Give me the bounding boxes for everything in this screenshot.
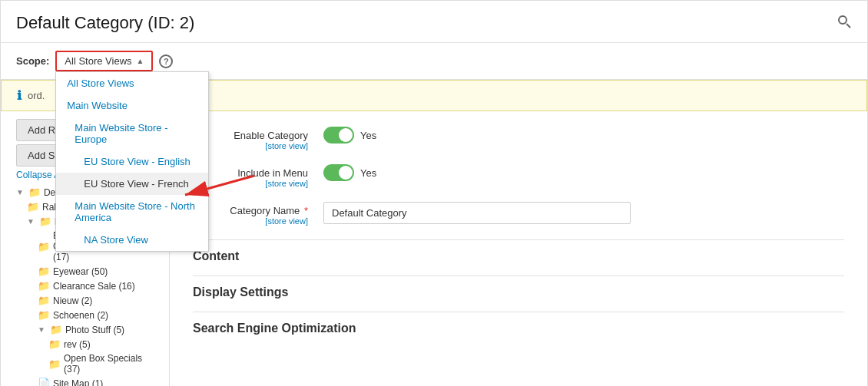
scope-dropdown-menu: All Store Views Main Website Main Websit… — [55, 71, 209, 252]
folder-icon: 📁 — [38, 295, 50, 306]
right-panel: Enable Category [store view] Yes Include… — [170, 111, 867, 386]
scope-current-value: All Store Views — [65, 55, 131, 67]
folder-icon: 📁 — [48, 338, 61, 350]
folder-icon: 📁 — [48, 358, 61, 370]
include-in-menu-row: Include in Menu [store view] Yes — [193, 164, 844, 188]
seo-section-title: Search Engine Optimization — [193, 312, 844, 345]
tree-toggle-icon: ▼ — [27, 217, 35, 226]
page-title: Default Category (ID: 2) — [16, 13, 194, 33]
tree-item-label: Photo Stuff (5) — [65, 325, 124, 335]
category-name-label: Category Name * [store view] — [193, 202, 308, 226]
page-wrapper: Default Category (ID: 2) Scope: All Stor… — [0, 0, 868, 386]
enable-category-sub-label: [store view] — [193, 141, 308, 150]
folder-icon: 📁 — [38, 309, 50, 321]
tree-item-nieuw[interactable]: 📁 Nieuw (2) — [16, 293, 154, 308]
category-name-row: Category Name * [store view] — [193, 202, 844, 226]
scope-label: Scope: — [16, 55, 49, 67]
tree-item-clearance-sale[interactable]: 📁 Clearance Sale (16) — [16, 279, 154, 293]
dropdown-item-main-website-store-north-america[interactable]: Main Website Store - North America — [56, 195, 208, 229]
tree-item-eyewear[interactable]: 📁 Eyewear (50) — [16, 264, 154, 279]
folder-icon: 📁 — [38, 241, 50, 252]
tree-item-label: Clearance Sale (16) — [53, 281, 135, 292]
tree-item-schoenen[interactable]: 📁 Schoenen (2) — [16, 308, 154, 322]
dropdown-item-main-website-store-europe[interactable]: Main Website Store - Europe — [56, 117, 208, 150]
folder-icon: 📄 — [38, 378, 50, 386]
tree-item-label: Site Map (1) — [53, 378, 103, 387]
content-section-title: Content — [193, 239, 844, 272]
dropdown-item-eu-store-view-french[interactable]: EU Store View - French — [56, 173, 208, 195]
svg-point-0 — [839, 16, 846, 24]
search-button[interactable] — [837, 14, 852, 33]
category-name-sub-label: [store view] — [193, 216, 308, 226]
tree-item-rev[interactable]: 📁 rev (5) — [16, 337, 154, 351]
dropdown-item-na-store-view[interactable]: NA Store View — [56, 229, 208, 251]
folder-icon: 📁 — [28, 186, 41, 198]
include-in-menu-label: Include in Menu [store view] — [193, 164, 308, 188]
folder-icon: 📁 — [50, 324, 62, 335]
folder-icon: 📁 — [27, 201, 39, 213]
dropdown-item-all-store-views[interactable]: All Store Views — [56, 72, 208, 94]
category-name-input[interactable] — [323, 202, 631, 224]
include-in-menu-toggle[interactable] — [323, 164, 354, 181]
include-in-menu-sub-label: [store view] — [193, 179, 308, 188]
display-settings-section-title: Display Settings — [193, 275, 844, 308]
tree-item-site-map[interactable]: 📄 Site Map (1) — [16, 376, 154, 386]
enable-category-toggle-wrapper: Yes — [323, 127, 376, 144]
folder-icon: 📁 — [38, 280, 50, 292]
folder-icon: 📁 — [38, 266, 50, 277]
scope-dropdown[interactable]: All Store Views ▲ All Store Views Main W… — [55, 51, 153, 71]
include-in-menu-toggle-wrapper: Yes — [323, 164, 376, 181]
tree-item-label: rev (5) — [64, 339, 91, 350]
tree-item-label: Nieuw (2) — [53, 295, 92, 306]
dropdown-item-eu-store-view-english[interactable]: EU Store View - English — [56, 150, 208, 173]
page-header: Default Category (ID: 2) — [1, 1, 867, 43]
scope-button[interactable]: All Store Views ▲ — [55, 51, 153, 71]
svg-line-1 — [846, 24, 850, 28]
tree-item-photo-stuff[interactable]: ▼ 📁 Photo Stuff (5) — [16, 322, 154, 337]
tree-item-open-box[interactable]: 📁 Open Box Specials (37) — [16, 351, 154, 376]
enable-category-row: Enable Category [store view] Yes — [193, 127, 844, 150]
enable-category-toggle[interactable] — [323, 127, 354, 144]
include-in-menu-value-text: Yes — [360, 167, 376, 179]
scope-bar: Scope: All Store Views ▲ All Store Views… — [1, 43, 867, 80]
include-in-menu-label-text: Include in Menu — [237, 167, 308, 179]
tree-item-label: Eyewear (50) — [53, 266, 108, 277]
tree-item-label: Open Box Specials (37) — [64, 353, 154, 374]
enable-category-label-text: Enable Category — [234, 130, 308, 141]
tree-item-label: Schoenen (2) — [53, 310, 108, 321]
category-name-label-text: Category Name — [230, 205, 300, 216]
tree-toggle-icon: ▼ — [38, 325, 45, 334]
info-icon: ℹ — [17, 88, 22, 103]
tree-toggle-icon: ▼ — [16, 188, 24, 196]
enable-category-label: Enable Category [store view] — [193, 127, 308, 150]
info-message: ord. — [28, 90, 45, 101]
dropdown-arrow-icon: ▲ — [137, 57, 144, 65]
dropdown-item-main-website[interactable]: Main Website — [56, 94, 208, 117]
help-icon[interactable]: ? — [159, 54, 173, 68]
enable-category-value-text: Yes — [360, 130, 376, 141]
category-name-required-indicator: * — [304, 205, 308, 216]
folder-icon: 📁 — [39, 216, 51, 227]
